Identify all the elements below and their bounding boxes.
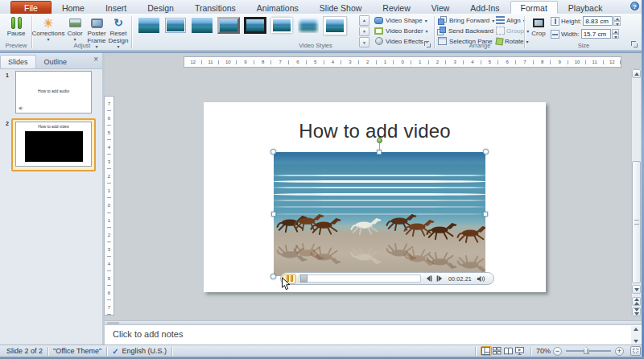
audio-speaker-icon <box>19 106 23 110</box>
zoom-slider[interactable] <box>566 350 611 352</box>
video-object[interactable] <box>274 152 485 276</box>
video-shape-button[interactable]: Video Shape ▾ <box>374 15 433 25</box>
fit-to-window-button[interactable] <box>630 346 641 356</box>
corrections-icon: ☀ <box>43 15 53 30</box>
video-style-thumb[interactable] <box>190 15 214 35</box>
height-stepper[interactable] <box>613 16 621 26</box>
slide1-title: How to add audio <box>16 89 91 93</box>
gallery-up-icon[interactable]: ▲ <box>359 15 369 26</box>
corrections-button[interactable]: ☀ Corrections ▾ <box>34 15 63 42</box>
group-button[interactable]: Group ▾ <box>496 26 525 35</box>
horse-reflection <box>454 248 485 274</box>
tab-view[interactable]: View <box>421 1 460 14</box>
tab-file[interactable]: File <box>10 1 52 14</box>
arrange-group-label: Arrange <box>435 42 525 49</box>
scroll-down-icon[interactable] <box>632 285 641 294</box>
slide2-thumbnail[interactable]: How to add video <box>15 122 92 167</box>
video-style-thumb[interactable] <box>323 15 347 35</box>
resize-handle-n[interactable] <box>377 150 382 155</box>
bring-forward-button[interactable]: Bring Forward ▾ <box>437 15 498 25</box>
slide-count: Slide 2 of 2 <box>6 347 43 355</box>
resize-handle-w[interactable] <box>271 212 276 217</box>
tab-insert[interactable]: Insert <box>95 1 137 14</box>
ruler-mark: 6 <box>105 286 114 300</box>
crop-button[interactable]: Crop <box>528 15 549 38</box>
send-backward-button[interactable]: Send Backward ▾ <box>437 26 498 35</box>
reading-view-button[interactable] <box>503 346 514 356</box>
video-border-button[interactable]: Video Border ▾ <box>374 26 433 35</box>
close-icon[interactable]: × <box>93 56 98 64</box>
pause-button[interactable]: Pause <box>4 15 28 38</box>
tab-outline[interactable]: Outline <box>36 55 76 68</box>
zoom-in-icon[interactable]: + <box>615 347 624 356</box>
height-field[interactable]: 8.83 cm <box>583 16 613 26</box>
normal-view-button[interactable] <box>481 346 492 356</box>
tab-format[interactable]: Format <box>510 1 558 14</box>
slide-canvas[interactable]: How to add video <box>204 102 546 292</box>
tab-slide-show[interactable]: Slide Show <box>309 1 373 14</box>
theme-name[interactable]: "Office Theme" <box>53 347 101 355</box>
video-styles-dialog-launcher-icon[interactable] <box>424 41 431 48</box>
horse-silhouette <box>308 216 345 242</box>
video-style-thumb[interactable] <box>217 15 241 35</box>
ruler-mark: 6 <box>105 111 114 126</box>
tab-animations[interactable]: Animations <box>246 1 309 14</box>
notes-placeholder[interactable]: Click to add notes <box>113 329 183 339</box>
scroll-up-icon[interactable] <box>632 69 641 78</box>
video-style-thumb[interactable] <box>137 15 161 35</box>
tab-review[interactable]: Review <box>372 1 420 14</box>
media-progress-thumb[interactable] <box>300 274 308 283</box>
tab-design[interactable]: Design <box>137 1 184 14</box>
help-icon[interactable]: ? <box>630 2 639 10</box>
video-style-thumb[interactable] <box>243 15 267 35</box>
spell-check-icon[interactable]: ✓ <box>112 347 118 356</box>
video-style-thumb[interactable] <box>296 15 320 35</box>
tab-playback[interactable]: Playback <box>558 1 613 14</box>
width-stepper[interactable] <box>612 29 619 39</box>
speaker-icon <box>477 275 485 283</box>
zoom-slider-thumb[interactable] <box>584 347 589 354</box>
notes-scrollbar[interactable] <box>631 326 641 345</box>
resize-handle-e[interactable] <box>483 212 488 217</box>
slide-sorter-view-button[interactable] <box>492 346 503 356</box>
tab-transitions[interactable]: Transitions <box>184 1 246 14</box>
resize-handle-nw[interactable] <box>270 149 276 155</box>
ocean-wave <box>274 193 485 196</box>
notes-scroll-down-icon[interactable] <box>634 340 638 343</box>
resize-handle-sw[interactable] <box>270 274 276 279</box>
video-style-thumb[interactable] <box>270 15 294 35</box>
notes-pane[interactable]: Click to add notes <box>105 324 642 345</box>
next-slide-button[interactable] <box>632 307 641 316</box>
zoom-out-icon[interactable]: − <box>553 347 562 356</box>
tab-add-ins[interactable]: Add-Ins <box>460 1 510 14</box>
video-frame[interactable] <box>274 152 485 276</box>
media-step-forward-button[interactable] <box>436 275 444 282</box>
media-step-back-button[interactable] <box>425 275 432 282</box>
width-field-label: Width: <box>561 31 580 38</box>
notes-scroll-up-icon[interactable] <box>634 328 638 331</box>
video-style-thumb[interactable] <box>163 15 188 35</box>
color-button[interactable]: Color ▾ <box>64 15 85 42</box>
slide-show-view-button[interactable] <box>514 346 526 356</box>
size-fields: Height: 8.83 cm Width: 15.7 cm <box>551 15 639 39</box>
vertical-scrollbar[interactable] <box>631 68 642 317</box>
width-field[interactable]: 15.7 cm <box>581 29 611 39</box>
minimize-ribbon-icon[interactable] <box>618 4 625 8</box>
zoom-level[interactable]: 70% <box>536 347 551 355</box>
gallery-down-icon[interactable]: ▼ <box>359 27 369 37</box>
media-progress-bar[interactable] <box>299 274 421 283</box>
media-volume-button[interactable] <box>477 275 485 283</box>
video-border-icon <box>374 27 384 35</box>
horse-reflection <box>308 240 345 266</box>
tab-slides[interactable]: Slides <box>0 55 36 68</box>
rotate-handle[interactable] <box>377 138 382 143</box>
language-label[interactable]: English (U.S.) <box>122 347 167 355</box>
align-button[interactable]: Align ▾ <box>496 15 525 25</box>
resize-handle-ne[interactable] <box>483 149 489 155</box>
scrollbar-thumb[interactable] <box>632 161 641 283</box>
tab-home[interactable]: Home <box>52 1 95 14</box>
slide-title[interactable]: How to add video <box>204 120 546 142</box>
slide2-title: How to add video <box>16 124 91 129</box>
slide1-thumbnail[interactable]: How to add audio <box>15 71 92 113</box>
previous-slide-button[interactable] <box>632 297 641 306</box>
